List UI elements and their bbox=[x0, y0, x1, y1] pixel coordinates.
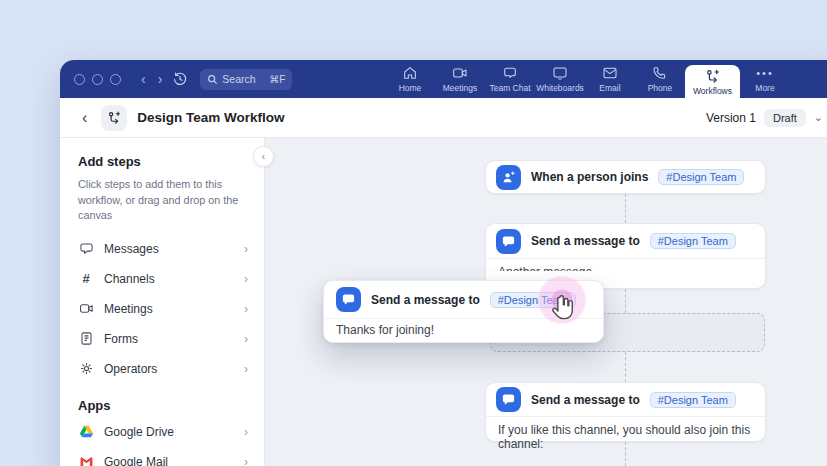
add-steps-sidebar: Add steps Click steps to add them to thi… bbox=[60, 138, 265, 466]
form-clipboard-icon bbox=[78, 331, 94, 347]
nav-workflows-active-tab[interactable]: Workflows bbox=[685, 65, 740, 98]
hand-cursor-icon bbox=[549, 294, 579, 324]
nav-meetings-label: Meetings bbox=[443, 83, 478, 93]
sidebar-item-label: Google Mail bbox=[104, 455, 234, 466]
window-titlebar: ‹ › ⌘F Home Meetings Team Chat bbox=[60, 60, 827, 98]
whiteboard-icon bbox=[552, 65, 568, 81]
sidebar-item-operators[interactable]: Operators › bbox=[78, 354, 248, 384]
person-join-icon bbox=[496, 165, 521, 190]
sidebar-item-label: Meetings bbox=[104, 302, 234, 316]
window-controls[interactable] bbox=[74, 74, 121, 85]
chevron-right-icon: › bbox=[244, 272, 248, 286]
search-box[interactable]: ⌘F bbox=[200, 69, 292, 90]
trigger-title: When a person joins bbox=[531, 170, 648, 184]
chevron-right-icon: › bbox=[244, 455, 248, 466]
chat-bubbles-icon bbox=[502, 65, 518, 81]
workflow-icon bbox=[705, 68, 721, 84]
chat-bubble-icon bbox=[496, 387, 521, 412]
gear-icon bbox=[78, 361, 94, 377]
connector-line bbox=[625, 289, 626, 313]
sidebar-item-label: Forms bbox=[104, 332, 234, 346]
step-title: Send a message to bbox=[371, 293, 480, 307]
app-window: ‹ › ⌘F Home Meetings Team Chat bbox=[60, 60, 827, 466]
sidebar-item-google-drive[interactable]: Google Drive › bbox=[78, 417, 248, 447]
connector-line bbox=[625, 352, 626, 382]
sidebar-item-meetings[interactable]: Meetings › bbox=[78, 294, 248, 324]
step-body-partial: Another message bbox=[486, 259, 765, 271]
video-camera-icon bbox=[78, 301, 94, 317]
nav-phone-label: Phone bbox=[648, 83, 673, 93]
status-badge: Draft bbox=[764, 109, 806, 127]
workflow-header: ‹ Design Team Workflow Version 1 Draft ⌄ bbox=[60, 98, 827, 138]
back-to-workflows-icon[interactable]: ‹ bbox=[78, 109, 91, 127]
message-bubble-icon bbox=[78, 241, 94, 257]
chevron-right-icon: › bbox=[244, 302, 248, 316]
sidebar-description: Click steps to add them to this workflow… bbox=[78, 177, 248, 224]
chevron-right-icon: › bbox=[244, 332, 248, 346]
chevron-right-icon: › bbox=[244, 425, 248, 439]
final-step-node[interactable]: Send a message to #Design Team If you li… bbox=[485, 382, 766, 442]
google-drive-icon bbox=[78, 424, 94, 440]
nav-email-label: Email bbox=[599, 83, 620, 93]
chevron-down-icon[interactable]: ⌄ bbox=[814, 111, 823, 124]
more-dots-icon: ••• bbox=[756, 65, 774, 81]
apps-heading: Apps bbox=[78, 398, 248, 413]
video-camera-icon bbox=[452, 65, 468, 81]
sidebar-item-label: Operators bbox=[104, 362, 234, 376]
channel-tag[interactable]: #Design Team bbox=[650, 233, 736, 249]
sidebar-item-label: Messages bbox=[104, 242, 234, 256]
nav-team-chat-label: Team Chat bbox=[489, 83, 530, 93]
chat-bubble-icon bbox=[496, 229, 521, 254]
content-area: Add steps Click steps to add them to thi… bbox=[60, 138, 827, 466]
back-icon[interactable]: ‹ bbox=[135, 72, 152, 86]
sidebar-heading: Add steps bbox=[78, 154, 248, 169]
sidebar-item-google-mail[interactable]: Google Mail › bbox=[78, 447, 248, 466]
workflow-icon bbox=[107, 110, 122, 125]
maximize-window-icon[interactable] bbox=[110, 74, 121, 85]
version-label: Version 1 bbox=[706, 111, 756, 125]
channel-tag[interactable]: #Design Team bbox=[658, 169, 744, 185]
connector-line bbox=[625, 194, 626, 223]
search-shortcut: ⌘F bbox=[269, 74, 285, 85]
minimize-window-icon[interactable] bbox=[92, 74, 103, 85]
phone-icon bbox=[652, 65, 668, 81]
sidebar-item-forms[interactable]: Forms › bbox=[78, 324, 248, 354]
chevron-right-icon: › bbox=[244, 362, 248, 376]
history-icon[interactable] bbox=[172, 71, 188, 87]
nav-home-label: Home bbox=[399, 83, 422, 93]
sidebar-item-messages[interactable]: Messages › bbox=[78, 234, 248, 264]
nav-team-chat[interactable]: Team Chat bbox=[485, 60, 535, 98]
forward-icon[interactable]: › bbox=[152, 72, 169, 86]
sidebar-collapse-button[interactable]: ‹ bbox=[253, 146, 274, 167]
search-input[interactable] bbox=[222, 73, 265, 85]
main-navigation: Home Meetings Team Chat Whiteboards Emai… bbox=[385, 60, 790, 98]
chat-bubble-icon bbox=[336, 287, 361, 312]
sidebar-item-label: Channels bbox=[104, 272, 234, 286]
nav-whiteboards-label: Whiteboards bbox=[536, 83, 584, 93]
nav-phone[interactable]: Phone bbox=[635, 60, 685, 98]
step-title: Send a message to bbox=[531, 234, 640, 248]
nav-more-label: More bbox=[755, 83, 774, 93]
step-body: If you like this channel, you should als… bbox=[486, 417, 765, 457]
workflow-badge bbox=[101, 105, 127, 131]
nav-email[interactable]: Email bbox=[585, 60, 635, 98]
nav-workflows-label: Workflows bbox=[693, 86, 732, 96]
channel-tag[interactable]: #Design Team bbox=[650, 392, 736, 408]
hash-icon: # bbox=[78, 271, 94, 287]
envelope-icon bbox=[602, 65, 618, 81]
search-icon bbox=[207, 74, 218, 85]
trigger-node[interactable]: When a person joins #Design Team bbox=[485, 160, 766, 194]
sidebar-item-channels[interactable]: # Channels › bbox=[78, 264, 248, 294]
nav-meetings[interactable]: Meetings bbox=[435, 60, 485, 98]
nav-more[interactable]: ••• More bbox=[740, 60, 790, 98]
sidebar-item-label: Google Drive bbox=[104, 425, 234, 439]
nav-home[interactable]: Home bbox=[385, 60, 435, 98]
page-title: Design Team Workflow bbox=[137, 110, 284, 125]
workflow-canvas[interactable]: When a person joins #Design Team Send a … bbox=[265, 138, 827, 466]
home-icon bbox=[402, 65, 418, 81]
step-title: Send a message to bbox=[531, 393, 640, 407]
nav-whiteboards[interactable]: Whiteboards bbox=[535, 60, 585, 98]
chevron-right-icon: › bbox=[244, 242, 248, 256]
close-window-icon[interactable] bbox=[74, 74, 85, 85]
gmail-icon bbox=[78, 454, 94, 466]
